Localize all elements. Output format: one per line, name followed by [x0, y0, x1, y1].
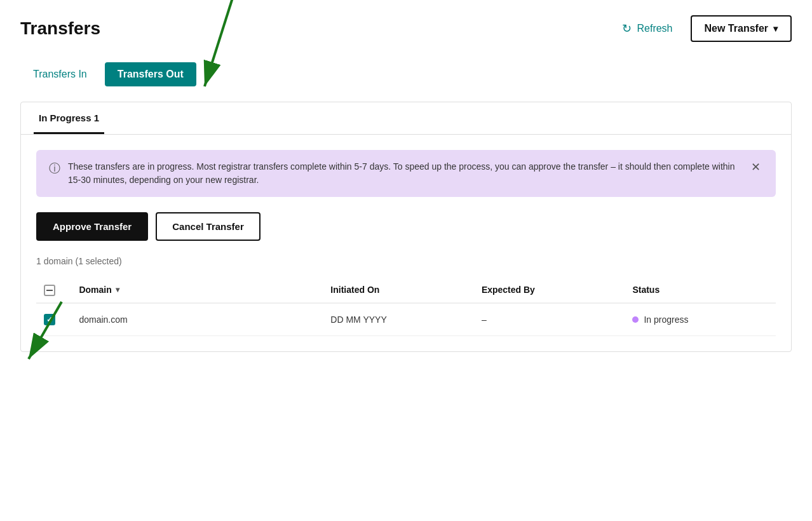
info-banner-text: These transfers are in progress. Most re…	[68, 160, 748, 187]
domain-table: Domain ▾ Initiated On Expected By Status	[36, 276, 776, 336]
inner-content: ⓘ These transfers are in progress. Most …	[21, 135, 791, 351]
th-expected: Expected By	[474, 276, 625, 303]
tabs-row: Transfers In Transfers Out	[20, 62, 792, 86]
tab-transfers-in[interactable]: Transfers In	[20, 62, 100, 86]
th-checkbox	[36, 276, 71, 303]
status-text: In progress	[644, 315, 688, 325]
page-title: Transfers	[20, 18, 100, 39]
row-expected: –	[474, 303, 625, 336]
info-banner: ⓘ These transfers are in progress. Most …	[36, 150, 776, 197]
action-buttons: Approve Transfer Cancel Transfer	[36, 212, 776, 241]
table-header-row: Domain ▾ Initiated On Expected By Status	[36, 276, 776, 303]
checkmark-icon: ✓	[46, 315, 53, 324]
th-initiated: Initiated On	[323, 276, 474, 303]
table-wrapper: Domain ▾ Initiated On Expected By Status	[36, 276, 776, 336]
domain-count: 1 domain (1 selected)	[36, 256, 776, 266]
info-icon: ⓘ	[49, 161, 60, 176]
new-transfer-button[interactable]: New Transfer ▾	[691, 15, 792, 42]
page-header: Transfers ↻ Refresh New Transfer ▾	[20, 15, 792, 42]
new-transfer-label: New Transfer	[705, 23, 768, 34]
chevron-down-icon: ▾	[773, 24, 778, 34]
status-badge: In progress	[632, 315, 768, 325]
inner-tabs: In Progress 1	[21, 102, 791, 135]
th-status: Status	[625, 276, 776, 303]
row-status: In progress	[625, 303, 776, 336]
row-domain: domain.com	[71, 303, 323, 336]
domain-col-label: Domain	[79, 285, 111, 295]
header-checkbox[interactable]	[44, 285, 55, 296]
sort-icon: ▾	[116, 285, 119, 294]
close-banner-button[interactable]: ✕	[748, 160, 763, 174]
row-checkbox[interactable]: ✓	[44, 314, 55, 325]
minus-icon	[46, 290, 53, 291]
refresh-label: Refresh	[637, 23, 672, 34]
tab-in-progress[interactable]: In Progress 1	[34, 102, 104, 134]
tab-transfers-out[interactable]: Transfers Out	[105, 62, 196, 86]
row-checkbox-cell: ✓	[36, 303, 71, 336]
approve-transfer-button[interactable]: Approve Transfer	[36, 212, 148, 241]
status-dot-icon	[632, 316, 639, 323]
info-banner-left: ⓘ These transfers are in progress. Most …	[49, 160, 748, 187]
refresh-button[interactable]: ↻ Refresh	[614, 17, 680, 41]
th-domain[interactable]: Domain ▾	[71, 276, 323, 303]
content-area: In Progress 1 ⓘ These transfers are in p…	[20, 102, 792, 352]
refresh-icon: ↻	[622, 22, 632, 36]
cancel-transfer-button[interactable]: Cancel Transfer	[156, 212, 261, 241]
row-initiated: DD MM YYYY	[323, 303, 474, 336]
header-actions: ↻ Refresh New Transfer ▾	[614, 15, 792, 42]
table-row: ✓ domain.com DD MM YYYY – In progress	[36, 303, 776, 336]
